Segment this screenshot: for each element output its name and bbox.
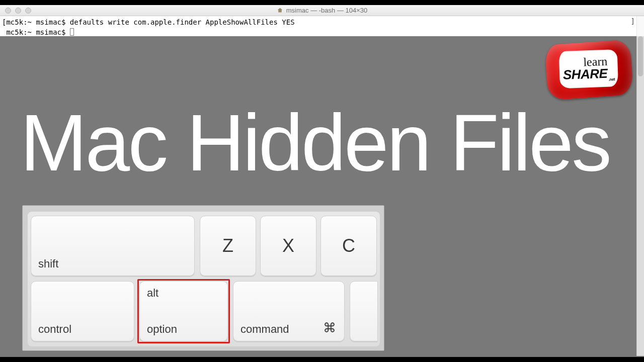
window-titlebar: msimac — -bash — 104×30 <box>0 5 644 16</box>
home-icon <box>277 7 283 14</box>
key-z-label: Z <box>200 235 256 256</box>
prompt-line2: mc5k:~ msimac$ <box>2 28 70 36</box>
key-c-label: C <box>321 235 376 256</box>
command-symbol-icon: ⌘ <box>323 320 336 336</box>
minimize-button[interactable] <box>15 8 21 14</box>
letterbox-bottom <box>0 357 644 362</box>
terminal-area[interactable]: [mc5k:~ msimac$ defaults write com.apple… <box>0 16 644 36</box>
window-title: msimac — -bash — 104×30 <box>0 7 644 14</box>
terminal-scrollbar[interactable] <box>636 16 644 36</box>
learnshare-logo: learn SHARE.net <box>546 42 632 98</box>
cursor <box>70 28 74 36</box>
zoom-button[interactable] <box>25 8 31 14</box>
key-option[interactable]: alt option <box>139 281 228 341</box>
key-c[interactable]: C <box>320 216 377 276</box>
letterbox-top <box>0 0 644 5</box>
key-shift-label: shift <box>38 257 58 270</box>
key-command[interactable]: command ⌘ <box>233 281 345 341</box>
key-control[interactable]: control <box>31 281 134 341</box>
terminal-bracket-icon: ] <box>631 17 635 25</box>
command-line1: defaults write com.apple.finder AppleSho… <box>70 18 295 26</box>
prompt-line1: [mc5k:~ msimac$ <box>2 18 70 26</box>
stage: msimac — -bash — 104×30 [mc5k:~ msimac$ … <box>0 5 644 357</box>
logo-text-share: SHARE.net <box>562 67 615 83</box>
window-title-text: msimac — -bash — 104×30 <box>286 7 367 14</box>
key-shift[interactable]: shift <box>31 216 195 276</box>
key-z[interactable]: Z <box>200 216 256 276</box>
window-traffic-lights <box>5 8 31 14</box>
key-option-label: option <box>147 323 177 336</box>
logo-blob: learn SHARE.net <box>544 39 633 101</box>
key-command-label: command <box>240 323 289 336</box>
terminal-text: [mc5k:~ msimac$ defaults write com.apple… <box>0 16 644 37</box>
logo-inner: learn SHARE.net <box>559 49 619 88</box>
key-x-label: X <box>261 235 316 256</box>
keyboard-grid: shift Z X C control alt option <box>28 212 380 346</box>
keyboard-panel: shift Z X C control alt option <box>22 205 384 351</box>
scrollbar-thumb[interactable] <box>638 36 643 76</box>
headline-text: Mac Hidden Files <box>20 97 610 189</box>
overlay-background: learn SHARE.net Mac Hidden Files shift Z… <box>0 36 644 357</box>
key-x[interactable]: X <box>260 216 316 276</box>
terminal-scrollbar-lower[interactable] <box>636 36 644 356</box>
key-alt-label: alt <box>147 287 158 300</box>
key-partial-right[interactable] <box>350 281 378 341</box>
close-button[interactable] <box>5 8 11 14</box>
key-control-label: control <box>38 323 71 336</box>
